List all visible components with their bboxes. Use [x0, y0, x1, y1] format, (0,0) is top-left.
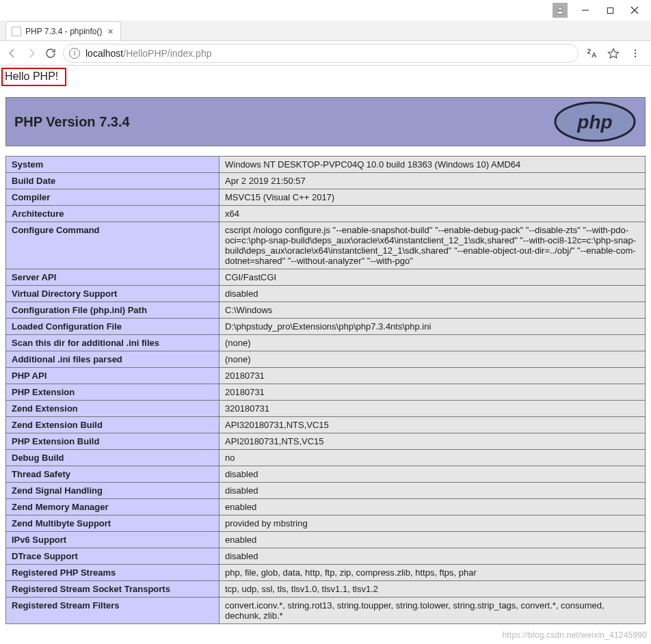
config-value: enabled — [220, 532, 646, 548]
config-key: Zend Memory Manager — [6, 499, 220, 515]
browser-tab[interactable]: PHP 7.3.4 - phpinfo() × — [5, 21, 121, 40]
config-value: disabled — [220, 548, 646, 565]
table-row: Thread Safetydisabled — [6, 466, 646, 483]
bookmark-star-icon[interactable] — [606, 46, 621, 61]
table-row: Zend Signal Handlingdisabled — [6, 483, 646, 499]
phpinfo-table: SystemWindows NT DESKTOP-PVPC04Q 10.0 bu… — [5, 156, 646, 624]
table-row: Server APICGI/FastCGI — [6, 269, 646, 286]
omnibox[interactable]: i localhost/HelloPHP/index.php — [63, 44, 579, 63]
config-key: System — [6, 157, 220, 173]
config-value: disabled — [220, 466, 646, 483]
close-tab-icon[interactable]: × — [108, 27, 114, 36]
config-value: cscript /nologo configure.js "--enable-s… — [220, 222, 646, 269]
config-key: Registered Stream Socket Transports — [6, 581, 220, 598]
url-path: /HelloPHP/index.php — [123, 48, 211, 59]
config-key: Compiler — [6, 189, 220, 206]
table-row: Configure Commandcscript /nologo configu… — [6, 222, 646, 269]
reload-button[interactable] — [44, 46, 57, 60]
config-value: provided by mbstring — [220, 515, 646, 532]
config-value: x64 — [220, 206, 646, 222]
menu-icon[interactable] — [628, 46, 643, 61]
config-value: (none) — [220, 335, 646, 351]
table-row: Zend Memory Managerenabled — [6, 499, 646, 515]
config-key: Zend Signal Handling — [6, 483, 220, 499]
config-value: Apr 2 2019 21:50:57 — [220, 173, 646, 189]
config-value: 20180731 — [220, 368, 646, 384]
window-titlebar — [0, 0, 651, 21]
translate-icon[interactable] — [584, 46, 599, 61]
config-value: CGI/FastCGI — [220, 269, 646, 286]
svg-point-0 — [559, 7, 562, 10]
config-value: tcp, udp, ssl, tls, tlsv1.0, tlsv1.1, tl… — [220, 581, 646, 598]
table-row: Registered PHP Streamsphp, file, glob, d… — [6, 565, 646, 581]
table-row: Zend Extension320180731 — [6, 401, 646, 417]
config-key: Additional .ini files parsed — [6, 351, 220, 368]
config-value: enabled — [220, 499, 646, 515]
config-value: 320180731 — [220, 401, 646, 417]
config-key: Zend Extension — [6, 401, 220, 417]
config-value: disabled — [220, 286, 646, 302]
account-icon[interactable] — [553, 3, 568, 18]
config-key: PHP Extension — [6, 384, 220, 401]
close-button[interactable] — [622, 1, 647, 20]
config-value: 20180731 — [220, 384, 646, 401]
table-row: IPv6 Supportenabled — [6, 532, 646, 548]
config-key: Scan this dir for additional .ini files — [6, 335, 220, 351]
site-info-icon[interactable]: i — [69, 48, 80, 59]
config-key: Build Date — [6, 173, 220, 189]
config-key: PHP API — [6, 368, 220, 384]
table-row: Zend Extension BuildAPI320180731,NTS,VC1… — [6, 417, 646, 433]
table-row: PHP Extension BuildAPI20180731,NTS,VC15 — [6, 433, 646, 450]
config-value: Windows NT DESKTOP-PVPC04Q 10.0 build 18… — [220, 157, 646, 173]
config-value: no — [220, 450, 646, 466]
config-key: Configuration File (php.ini) Path — [6, 302, 220, 319]
config-key: Server API — [6, 269, 220, 286]
config-key: Zend Multibyte Support — [6, 515, 220, 532]
table-row: Architecturex64 — [6, 206, 646, 222]
config-key: Debug Build — [6, 450, 220, 466]
page-viewport[interactable]: Hello PHP! PHP Version 7.3.4 php SystemW… — [0, 66, 651, 644]
config-key: Registered PHP Streams — [6, 565, 220, 581]
svg-point-8 — [635, 55, 636, 57]
table-row: CompilerMSVC15 (Visual C++ 2017) — [6, 189, 646, 206]
address-bar: i localhost/HelloPHP/index.php — [0, 41, 651, 66]
config-value: API320180731,NTS,VC15 — [220, 417, 646, 433]
config-key: Loaded Configuration File — [6, 319, 220, 335]
table-row: Additional .ini files parsed(none) — [6, 351, 646, 368]
url-host: localhost — [85, 48, 123, 59]
maximize-button[interactable] — [598, 1, 622, 20]
tab-strip: PHP 7.3.4 - phpinfo() × — [0, 21, 651, 41]
page-title: PHP Version 7.3.4 — [14, 114, 130, 130]
config-key: Virtual Directory Support — [6, 286, 220, 302]
config-key: Architecture — [6, 206, 220, 222]
minimize-button[interactable] — [573, 1, 598, 20]
table-row: DTrace Supportdisabled — [6, 548, 646, 565]
config-value: (none) — [220, 351, 646, 368]
config-value: API20180731,NTS,VC15 — [220, 433, 646, 450]
config-key: Configure Command — [6, 222, 220, 269]
table-row: Debug Buildno — [6, 450, 646, 466]
php-logo: php — [553, 101, 637, 142]
back-button[interactable] — [5, 46, 19, 60]
table-row: PHP API20180731 — [6, 368, 646, 384]
config-key: Registered Stream Filters — [6, 598, 220, 624]
watermark-text: https://blog.csdn.net/weixin_41245990 — [502, 630, 647, 640]
table-row: Scan this dir for additional .ini files(… — [6, 335, 646, 351]
config-key: Zend Extension Build — [6, 417, 220, 433]
config-key: PHP Extension Build — [6, 433, 220, 450]
table-row: Registered Stream Filtersconvert.iconv.*… — [6, 598, 646, 624]
config-key: DTrace Support — [6, 548, 220, 565]
table-row: Configuration File (php.ini) PathC:\Wind… — [6, 302, 646, 319]
config-value: disabled — [220, 483, 646, 499]
table-row: SystemWindows NT DESKTOP-PVPC04Q 10.0 bu… — [6, 157, 646, 173]
svg-marker-5 — [609, 49, 619, 58]
config-value: C:\Windows — [220, 302, 646, 319]
php-header: PHP Version 7.3.4 php — [5, 97, 646, 146]
forward-button[interactable] — [25, 46, 38, 60]
svg-point-7 — [635, 52, 636, 53]
table-row: Zend Multibyte Supportprovided by mbstri… — [6, 515, 646, 532]
config-value: MSVC15 (Visual C++ 2017) — [220, 189, 646, 206]
config-key: Thread Safety — [6, 466, 220, 483]
config-key: IPv6 Support — [6, 532, 220, 548]
config-value: php, file, glob, data, http, ftp, zip, c… — [220, 565, 646, 581]
